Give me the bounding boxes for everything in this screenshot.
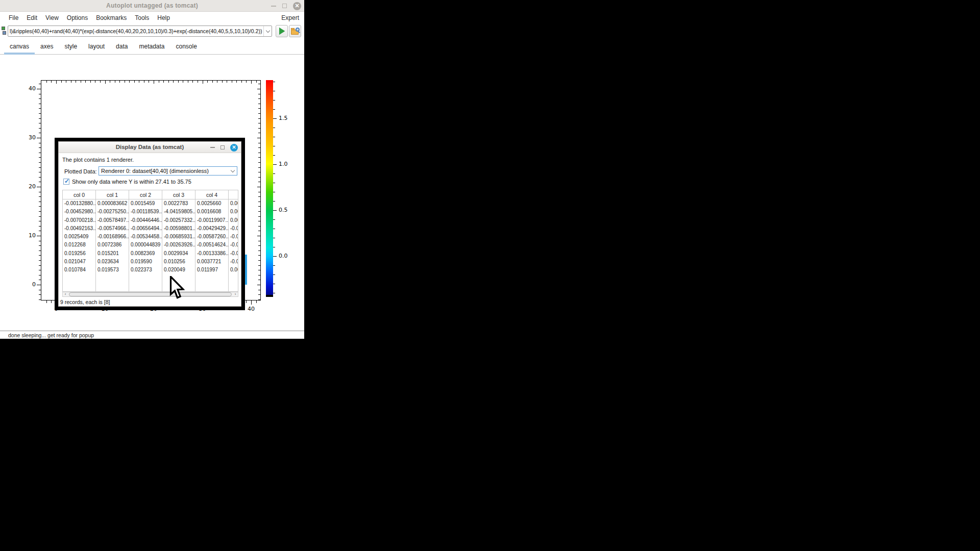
table-column-header[interactable]: col 4 (195, 190, 228, 199)
open-file-button[interactable] (289, 25, 301, 37)
table-column-header[interactable]: col 2 (129, 190, 162, 199)
table-cell[interactable]: 0.00 (229, 199, 238, 208)
table-horizontal-scrollbar[interactable]: ‹ › (62, 292, 238, 297)
table-cell[interactable]: -0.00685931... (162, 233, 195, 241)
plot-canvas[interactable]: 0102030404030201001.51.00.50.0 Display D… (0, 55, 304, 331)
table-cell[interactable]: 0.019256 (63, 249, 95, 258)
table-cell[interactable]: 0.022373 (129, 266, 162, 274)
menu-item-tools[interactable]: Tools (131, 14, 153, 21)
menu-item-bookmarks[interactable]: Bookmarks (92, 14, 131, 21)
close-icon[interactable]: ✕ (293, 2, 301, 10)
table-cell[interactable]: 0.0025660 (195, 199, 228, 208)
table-cell[interactable]: 0.021047 (63, 258, 95, 266)
menu-item-help[interactable]: Help (153, 14, 174, 21)
table-cell[interactable]: 0.0022783 (162, 199, 195, 208)
tab-axes[interactable]: axes (35, 40, 59, 54)
table-cell[interactable]: 0.00 (229, 216, 238, 224)
menu-item-edit[interactable]: Edit (22, 14, 41, 21)
address-dropdown-button[interactable] (263, 26, 272, 36)
scrollbar-thumb[interactable] (69, 292, 232, 296)
table-column-header[interactable] (229, 190, 238, 199)
table-cell[interactable]: -0.00119907... (195, 216, 228, 224)
menu-item-options[interactable]: Options (63, 14, 92, 21)
table-cell[interactable]: -0.00700218... (63, 216, 95, 224)
menu-item-view[interactable]: View (41, 14, 63, 21)
table-cell[interactable]: 0.0037721 (195, 258, 228, 266)
table-cell[interactable]: 0.010256 (162, 258, 195, 266)
table-cell[interactable]: 0.012268 (63, 241, 95, 249)
table-cell[interactable]: -0.00578497... (96, 216, 129, 224)
table-cell[interactable]: -0.0 (229, 241, 238, 249)
table-cell[interactable]: -0.00133386... (195, 249, 228, 258)
dialog-close-icon[interactable]: ✕ (230, 144, 238, 152)
expert-toggle[interactable]: Expert (281, 14, 304, 21)
table-cell[interactable]: 0.0082369 (129, 249, 162, 258)
table-cell[interactable]: 0.015201 (96, 249, 129, 258)
axis-tick (37, 236, 41, 236)
dialog-minimize-icon[interactable] (210, 147, 215, 148)
table-cell[interactable]: 0.000044839 (129, 241, 162, 249)
table-cell[interactable]: -0.00168966... (96, 233, 129, 241)
table-cell[interactable]: -0.00132880... (63, 199, 95, 208)
table-cell[interactable]: -0.00257332... (162, 216, 195, 224)
table-cell[interactable]: 0.00 (229, 208, 238, 216)
table-column-header[interactable]: col 1 (96, 190, 129, 199)
plotted-data-select[interactable]: Renderer 0: dataset[40,40] (dimensionles… (99, 166, 237, 176)
table-cell[interactable]: -0.00574966... (96, 224, 129, 233)
table-cell[interactable]: -4.04159805... (162, 208, 195, 216)
table-cell[interactable]: 0.0029934 (162, 249, 195, 258)
address-combobox[interactable]: l)&ripples(40,40)+rand(40,40)*(exp(-dist… (8, 26, 272, 37)
table-column-header[interactable]: col 0 (63, 190, 95, 199)
table-cell[interactable]: 0.019590 (129, 258, 162, 266)
table-cell[interactable]: -0.00492163... (63, 224, 95, 233)
address-input[interactable]: l)&ripples(40,40)+rand(40,40)*(exp(-dist… (8, 28, 263, 34)
table-cell[interactable]: -0.00452980... (63, 208, 95, 216)
maximize-icon[interactable] (282, 4, 287, 8)
minimize-icon[interactable] (271, 6, 276, 7)
scroll-left-icon[interactable]: ‹ (63, 292, 68, 296)
table-cell[interactable]: 0.000083662 (96, 199, 129, 208)
tab-style[interactable]: style (59, 40, 83, 54)
table-cell[interactable]: -0.00587260... (195, 233, 228, 241)
tab-data[interactable]: data (110, 40, 133, 54)
axis-tick (188, 81, 188, 83)
table-cell[interactable]: -0.0 (229, 249, 238, 258)
tab-console[interactable]: console (170, 40, 203, 54)
table-cell[interactable]: 0.020049 (162, 266, 195, 274)
table-cell[interactable]: 0.0072386 (96, 241, 129, 249)
table-cell[interactable]: -0.00263926... (162, 241, 195, 249)
table-column-header[interactable]: col 3 (162, 190, 195, 199)
combo-dropdown-button[interactable] (229, 170, 237, 172)
table-cell[interactable]: -0.0 (229, 224, 238, 233)
table-cell[interactable]: -0.00514624... (195, 241, 228, 249)
filter-checkbox[interactable]: ✓ (63, 179, 69, 185)
table-cell[interactable]: 0.019573 (96, 266, 129, 274)
go-button[interactable] (276, 25, 288, 37)
table-cell[interactable]: -0.0 (229, 233, 238, 241)
table-cell[interactable]: -0.00598801... (162, 224, 195, 233)
table-cell[interactable]: 0.0025409 (63, 233, 95, 241)
table-cell[interactable]: 0.023634 (96, 258, 129, 266)
table-cell[interactable]: -0.00446446... (129, 216, 162, 224)
table-cell[interactable]: 0.010784 (63, 266, 95, 274)
window-titlebar[interactable]: Autoplot untagged (as tomcat) ✕ (0, 0, 304, 12)
tab-layout[interactable]: layout (83, 40, 110, 54)
dialog-maximize-icon[interactable] (220, 145, 225, 149)
table-cell[interactable]: -0.00118539... (129, 208, 162, 216)
colorbar[interactable] (266, 80, 273, 295)
table-cell[interactable]: 0.0016608 (195, 208, 228, 216)
table-cell[interactable]: -0.0 (229, 258, 238, 266)
menu-item-file[interactable]: File (5, 14, 22, 21)
table-cell[interactable]: 0.00 (229, 266, 238, 274)
data-table[interactable]: col 0-0.00132880...-0.00452980...-0.0070… (62, 190, 238, 292)
tab-metadata[interactable]: metadata (133, 40, 170, 54)
table-cell[interactable]: 0.0015459 (129, 199, 162, 208)
table-cell[interactable]: -0.00275250... (96, 208, 129, 216)
scroll-right-icon[interactable]: › (233, 292, 238, 296)
table-cell[interactable]: -0.00534458... (129, 233, 162, 241)
table-cell[interactable]: -0.00429429... (195, 224, 228, 233)
dialog-titlebar[interactable]: Display Data (as tomcat) ✕ (59, 142, 241, 153)
tab-canvas[interactable]: canvas (4, 40, 35, 54)
table-cell[interactable]: -0.00656494... (129, 224, 162, 233)
table-cell[interactable]: 0.011997 (195, 266, 228, 274)
